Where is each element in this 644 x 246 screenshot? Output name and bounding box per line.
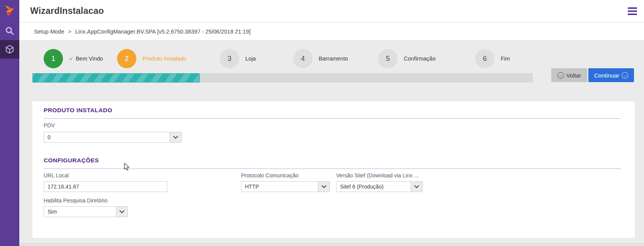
step-label: Fim: [501, 56, 510, 62]
versao-sitef-select[interactable]: Sitef 6 (Produção): [336, 181, 423, 192]
versao-sitef-label: Versão Sitef (Download via Linx ...: [336, 172, 418, 179]
chevron-down-icon[interactable]: [116, 206, 128, 217]
url-local-input[interactable]: [44, 181, 167, 192]
step-label: Barramento: [319, 56, 348, 62]
hamburger-menu-icon[interactable]: [628, 7, 637, 15]
pdv-select[interactable]: 0: [44, 132, 182, 143]
linx-logo-icon: [3, 5, 16, 18]
step-label: ✔ Bem Vindo: [69, 56, 103, 62]
step-number-badge: 2: [117, 49, 136, 68]
pdv-label: PDV: [44, 122, 55, 128]
step-label: Loja: [245, 56, 256, 62]
sidebar: [0, 0, 19, 246]
arrow-left-circle-icon: ←: [557, 72, 564, 79]
bottom-strip: [19, 243, 644, 246]
step-bem-vindo[interactable]: 1 ✔ Bem Vindo: [44, 49, 103, 68]
section-title-produto-instalado: PRODUTO INSTALADO: [44, 107, 112, 114]
step-confirmacao[interactable]: 5 Confirmação: [378, 49, 435, 68]
chevron-down-icon[interactable]: [411, 181, 423, 192]
form-card: PRODUTO INSTALADO PDV 0 CONFIGURAÇÕES UR…: [32, 101, 635, 238]
sidebar-item-package[interactable]: [0, 40, 19, 59]
breadcrumb-item-app-version: Linx.AppConfigManager.BV.SPA [v5.2.6750.…: [75, 29, 251, 35]
section-title-configuracoes: CONFIGURAÇÕES: [44, 157, 99, 164]
sidebar-item-search[interactable]: [0, 22, 19, 40]
step-number-badge: 1: [44, 49, 63, 68]
habilita-pesquisa-select[interactable]: Sim: [44, 206, 128, 217]
pdv-select-value: 0: [44, 132, 170, 143]
step-produto-instalado[interactable]: 2 Produto Instalado: [117, 49, 187, 68]
voltar-button[interactable]: ←Voltar: [551, 68, 587, 82]
step-number-badge: 6: [475, 49, 494, 68]
habilita-pesquisa-select-value: Sim: [44, 206, 116, 217]
linx-logo[interactable]: [0, 2, 19, 20]
url-local-label: URL Local: [44, 172, 69, 179]
wizard-progress-fill: [32, 73, 200, 83]
main-content: 1 ✔ Bem Vindo 2 Produto Instalado 3 Loja…: [19, 40, 644, 246]
step-label: Produto Instalado: [143, 56, 187, 62]
protocolo-label: Protocolo Comunicação: [241, 172, 299, 179]
versao-sitef-select-value: Sitef 6 (Produção): [336, 181, 411, 192]
step-number-badge: 5: [378, 49, 398, 68]
step-number-badge: 4: [293, 49, 313, 68]
arrow-right-circle-icon: →: [622, 72, 628, 79]
wizard-page: WizardInstalacao Setup Mode>Linx.AppConf…: [0, 0, 644, 246]
protocolo-select-value: HTTP: [241, 181, 318, 192]
breadcrumb-item-setup-mode[interactable]: Setup Mode: [34, 29, 64, 35]
section-divider: [44, 168, 621, 169]
step-fim[interactable]: 6 Fim: [475, 49, 510, 68]
header: WizardInstalacao: [19, 0, 644, 22]
chevron-down-icon[interactable]: [170, 132, 182, 143]
check-icon: ✔: [69, 56, 73, 62]
breadcrumb: Setup Mode>Linx.AppConfigManager.BV.SPA …: [34, 29, 251, 35]
step-barramento[interactable]: 4 Barramento: [293, 49, 348, 68]
step-number-badge: 3: [220, 49, 239, 68]
page-title: WizardInstalacao: [30, 6, 104, 16]
search-icon: [5, 26, 14, 35]
breadcrumb-separator: >: [68, 29, 71, 35]
continuar-button[interactable]: Continuar→: [588, 68, 634, 82]
chevron-down-icon[interactable]: [318, 181, 330, 192]
habilita-pesquisa-label: Habilita Pesquisa Diretório: [44, 197, 107, 204]
breadcrumb-bar: Setup Mode>Linx.AppConfigManager.BV.SPA …: [19, 23, 644, 40]
step-label: Confirmação: [404, 56, 435, 62]
section-divider: [44, 118, 621, 119]
package-icon: [5, 45, 14, 54]
wizard-progress-bar: [32, 73, 533, 83]
protocolo-select[interactable]: HTTP: [241, 181, 330, 192]
step-loja[interactable]: 3 Loja: [220, 49, 256, 68]
